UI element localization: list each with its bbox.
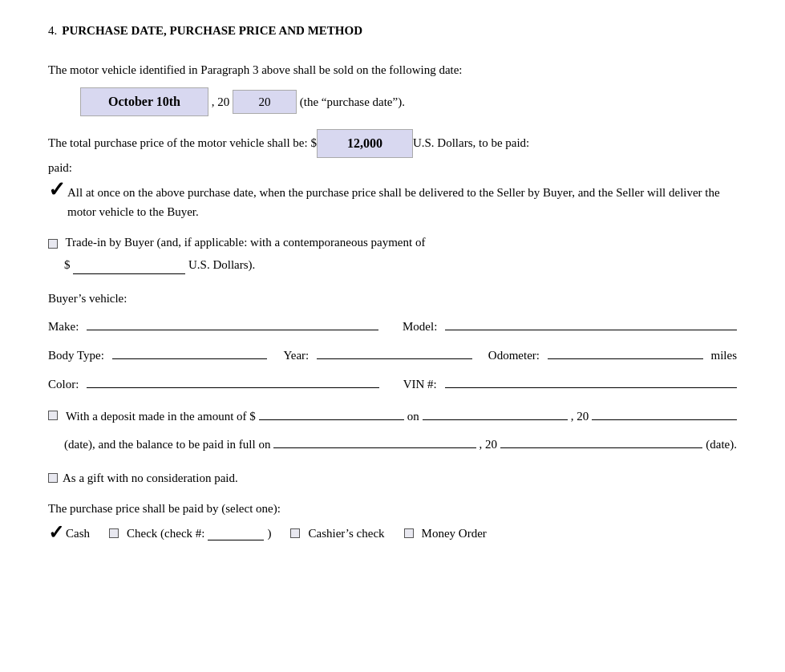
- payment-label: The purchase price shall be paid by (sel…: [48, 499, 737, 518]
- section-title: PURCHASE DATE, PURCHASE PRICE AND METHOD: [62, 24, 362, 38]
- price-value[interactable]: 12,000: [317, 129, 413, 159]
- buyers-vehicle-label: Buyer’s vehicle:: [48, 289, 737, 308]
- paragraph2-suffix: U.S. Dollars, to be paid:: [413, 132, 529, 154]
- money-order-option: Money Order: [404, 527, 487, 540]
- body-type-field[interactable]: [112, 345, 268, 359]
- option2-label: Trade-in by Buyer (and, if applicable: w…: [65, 236, 425, 249]
- color-vin-row: Color: VIN #:: [48, 374, 737, 391]
- option1-row: ✓ All at once on the above purchase date…: [48, 183, 737, 221]
- check-suffix: ): [267, 527, 271, 540]
- vin-field[interactable]: [445, 374, 737, 388]
- option2-suffix: U.S. Dollars).: [188, 258, 255, 271]
- deposit-on: on: [407, 407, 419, 426]
- paragraph2-prefix: The total purchase price of the motor ve…: [48, 132, 317, 154]
- paragraph-1: The motor vehicle identified in Paragrap…: [48, 60, 737, 79]
- year-field[interactable]: [317, 345, 472, 359]
- paid-label: paid:: [48, 161, 737, 175]
- deposit-amount-field[interactable]: [259, 406, 404, 420]
- balance-year: , 20: [479, 435, 498, 454]
- vin-label: VIN #:: [403, 378, 437, 391]
- balance-date: (date).: [706, 435, 737, 454]
- section-number: 4.: [48, 24, 57, 38]
- cashiers-check-checkbox[interactable]: [290, 528, 300, 538]
- check-number-field[interactable]: [208, 526, 264, 540]
- color-field[interactable]: [87, 374, 378, 388]
- check-option: Check (check #: ): [109, 526, 271, 540]
- deposit-date-field[interactable]: [423, 406, 568, 420]
- cash-option: ✓ Cash: [48, 524, 90, 542]
- balance-year-field[interactable]: [500, 434, 702, 448]
- date-line: October 10th , 20 20 (the “purchase date…: [48, 87, 737, 116]
- body-year-odometer-row: Body Type: Year: Odometer: miles: [48, 345, 737, 362]
- deposit-row: With a deposit made in the amount of $ o…: [48, 406, 737, 426]
- deposit-year: , 20: [571, 407, 589, 426]
- balance-date-field[interactable]: [273, 434, 475, 448]
- odometer-label: Odometer:: [488, 349, 540, 362]
- money-order-checkbox[interactable]: [404, 528, 414, 538]
- model-field[interactable]: [445, 316, 737, 330]
- gift-row: As a gift with no consideration paid.: [48, 468, 737, 488]
- option1-text: All at once on the above purchase date, …: [67, 183, 737, 221]
- cashiers-check-option: Cashier’s check: [290, 527, 384, 540]
- make-field[interactable]: [87, 316, 378, 330]
- section-header: 4. PURCHASE DATE, PURCHASE PRICE AND MET…: [48, 24, 737, 49]
- body-type-label: Body Type:: [48, 349, 104, 362]
- date-suffix: (date), and the balance to be paid in fu…: [64, 435, 270, 454]
- option1-checkmark[interactable]: ✓: [48, 180, 66, 200]
- option2-dollar: $: [64, 258, 71, 271]
- cash-checkmark[interactable]: ✓: [48, 523, 64, 542]
- deposit-year-field[interactable]: [592, 406, 737, 420]
- year-field-label: Year:: [283, 349, 309, 362]
- check-label: Check (check #:: [127, 527, 204, 540]
- price-line: The total purchase price of the motor ve…: [48, 129, 737, 159]
- money-order-label: Money Order: [422, 527, 487, 540]
- option2-row: Trade-in by Buyer (and, if applicable: w…: [48, 233, 737, 252]
- paragraph-1-text: The motor vehicle identified in Paragrap…: [48, 63, 463, 76]
- cashiers-check-label: Cashier’s check: [308, 527, 384, 540]
- option2-dollar-row: $ U.S. Dollars).: [48, 255, 737, 274]
- option2-checkbox[interactable]: [48, 239, 58, 249]
- purchase-date-suffix: (the “purchase date”).: [300, 95, 405, 108]
- model-label: Model:: [403, 320, 437, 334]
- gift-label: As a gift with no consideration paid.: [63, 468, 238, 488]
- deposit-checkbox[interactable]: [48, 411, 58, 420]
- trade-in-amount-field[interactable]: [73, 260, 185, 274]
- payment-options-row: ✓ Cash Check (check #: ) Cashier’s check…: [48, 524, 737, 542]
- deposit-prefix: With a deposit made in the amount of $: [66, 407, 256, 426]
- gift-checkbox[interactable]: [48, 473, 58, 483]
- make-label: Make:: [48, 320, 79, 334]
- balance-row: (date), and the balance to be paid in fu…: [48, 434, 737, 454]
- year-label: , 20: [212, 95, 230, 108]
- miles-label: miles: [711, 349, 738, 362]
- year-value[interactable]: 20: [233, 90, 297, 114]
- odometer-field[interactable]: [548, 345, 703, 359]
- color-label: Color:: [48, 378, 79, 391]
- date-value[interactable]: October 10th: [80, 87, 208, 116]
- make-model-row: Make: Model:: [48, 316, 737, 334]
- check-checkbox[interactable]: [109, 528, 119, 538]
- cash-label: Cash: [66, 527, 90, 540]
